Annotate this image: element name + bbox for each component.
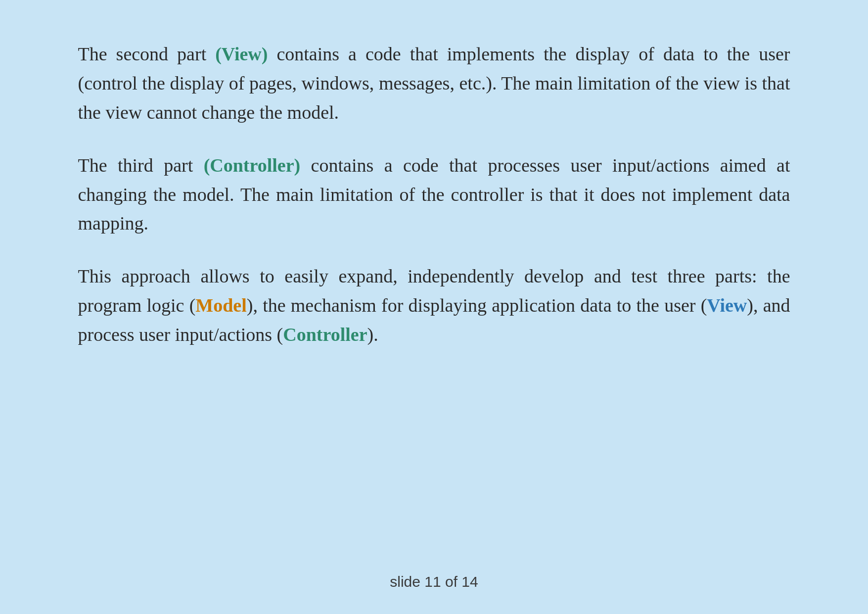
para3-text2: ), the mechanism for displaying applicat… [247,295,707,316]
para1-prefix: The second part [78,44,216,64]
view-inline-highlight: View [707,295,747,316]
para3-text4: ). [367,324,378,345]
paragraph-view: The second part (View) contains a code t… [78,40,790,127]
controller-inline-highlight: Controller [283,324,367,345]
content-area: The second part (View) contains a code t… [34,0,835,573]
model-highlight: Model [195,295,246,316]
slide-footer: slide 11 of 14 [0,573,868,614]
controller-highlight: (Controller) [204,155,301,176]
view-highlight: (View) [215,44,268,64]
paragraph-summary: This approach allows to easily expand, i… [78,262,790,349]
slide-label: slide 11 of 14 [390,573,478,590]
paragraph-controller: The third part (Controller) contains a c… [78,151,790,238]
para2-prefix: The third part [78,155,204,176]
